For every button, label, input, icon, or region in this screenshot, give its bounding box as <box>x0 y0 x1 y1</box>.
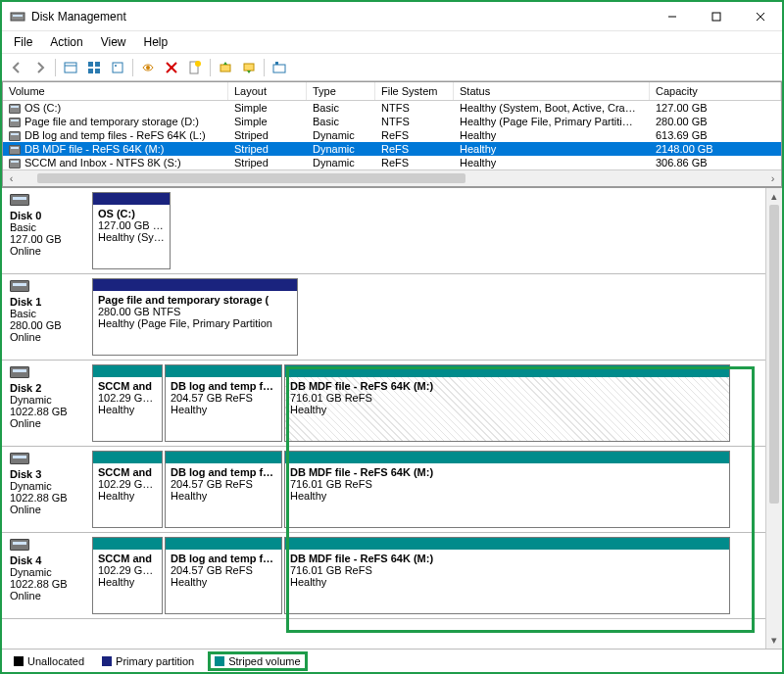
toolbar <box>2 54 782 81</box>
partition[interactable]: SCCM and102.29 GB NHealthy <box>92 537 163 614</box>
help-button[interactable] <box>107 57 128 78</box>
col-filesystem[interactable]: File System <box>375 82 454 100</box>
disk-v-scrollbar[interactable]: ▴ ▾ <box>765 188 782 649</box>
volume-table-header: Volume Layout Type File System Status Ca… <box>3 82 781 101</box>
svg-rect-1 <box>13 15 23 17</box>
menu-help[interactable]: Help <box>136 33 176 51</box>
disk-label[interactable]: Disk 0Basic127.00 GBOnline <box>6 192 92 269</box>
svg-rect-10 <box>88 69 93 73</box>
svg-marker-20 <box>223 62 227 65</box>
partition[interactable]: OS (C:)127.00 GB NTFHealthy (Syster <box>92 192 171 269</box>
col-layout[interactable]: Layout <box>228 82 307 100</box>
window-title: Disk Management <box>31 10 650 24</box>
new-button[interactable] <box>184 57 206 78</box>
svg-rect-24 <box>275 62 278 65</box>
col-type[interactable]: Type <box>307 82 375 100</box>
volume-row[interactable]: DB log and temp files - ReFS 64K (L:)Str… <box>3 128 781 142</box>
svg-rect-19 <box>220 65 230 72</box>
svg-rect-8 <box>88 62 93 67</box>
legend-unallocated: Unallocated <box>10 654 88 668</box>
refresh-button[interactable] <box>60 57 81 78</box>
svg-rect-23 <box>273 65 285 72</box>
disk-row: Disk 4Dynamic1022.88 GBOnlineSCCM and102… <box>2 533 765 619</box>
svg-rect-6 <box>65 63 76 72</box>
partition[interactable]: DB MDF file - ReFS 64K (M:)716.01 GB ReF… <box>284 537 730 614</box>
menubar: File Action View Help <box>2 31 782 54</box>
app-icon <box>10 9 25 24</box>
disk-row: Disk 2Dynamic1022.88 GBOnlineSCCM and102… <box>2 361 765 447</box>
attach-button[interactable] <box>215 57 236 78</box>
partition[interactable]: DB log and temp files -204.57 GB ReFSHea… <box>165 364 282 442</box>
volume-row[interactable]: OS (C:)SimpleBasicNTFSHealthy (System, B… <box>3 101 781 115</box>
partition[interactable]: DB log and temp files -204.57 GB ReFSHea… <box>165 451 282 528</box>
disk-row: Disk 0Basic127.00 GBOnlineOS (C:)127.00 … <box>2 188 765 274</box>
partition[interactable]: DB MDF file - ReFS 64K (M:)716.01 GB ReF… <box>284 451 730 528</box>
legend-striped-volume: Striped volume <box>208 651 307 671</box>
minimize-button[interactable] <box>650 2 694 31</box>
disk-row: Disk 1Basic280.00 GBOnlinePage file and … <box>2 274 765 361</box>
svg-point-13 <box>115 65 117 67</box>
legend: Unallocated Primary partition Striped vo… <box>2 649 782 672</box>
svg-rect-12 <box>113 63 122 72</box>
volume-row[interactable]: DB MDF file - ReFS 64K (M:)StripedDynami… <box>3 142 781 156</box>
delete-button[interactable] <box>161 57 182 78</box>
partition[interactable]: Page file and temporary storage (280.00 … <box>92 278 298 356</box>
disk-label[interactable]: Disk 3Dynamic1022.88 GBOnline <box>6 451 92 528</box>
menu-view[interactable]: View <box>93 33 134 51</box>
disk-label[interactable]: Disk 1Basic280.00 GBOnline <box>6 278 92 356</box>
legend-primary-partition: Primary partition <box>98 654 198 668</box>
disk-label[interactable]: Disk 2Dynamic1022.88 GBOnline <box>6 364 92 442</box>
volume-table: Volume Layout Type File System Status Ca… <box>2 81 782 187</box>
detach-button[interactable] <box>238 57 260 78</box>
forward-button[interactable] <box>29 57 51 78</box>
menu-file[interactable]: File <box>6 33 40 51</box>
col-status[interactable]: Status <box>454 82 650 100</box>
svg-rect-9 <box>95 62 100 67</box>
titlebar: Disk Management <box>2 2 782 31</box>
disk-label[interactable]: Disk 4Dynamic1022.88 GBOnline <box>6 537 92 614</box>
properties-button[interactable] <box>83 57 105 78</box>
volume-h-scrollbar[interactable]: ‹› <box>3 169 781 186</box>
volume-row[interactable]: SCCM and Inbox - NTFS 8K (S:)StripedDyna… <box>3 156 781 169</box>
menu-action[interactable]: Action <box>42 33 90 51</box>
col-capacity[interactable]: Capacity <box>650 82 781 100</box>
svg-rect-3 <box>712 13 720 21</box>
disk-pane: Disk 0Basic127.00 GBOnlineOS (C:)127.00 … <box>2 187 782 649</box>
svg-rect-11 <box>95 69 100 73</box>
partition[interactable]: DB log and temp files -204.57 GB ReFSHea… <box>165 537 282 614</box>
settings-button[interactable] <box>269 57 290 78</box>
close-button[interactable] <box>738 2 782 31</box>
partition[interactable]: SCCM and102.29 GB NHealthy <box>92 364 163 442</box>
maximize-button[interactable] <box>694 2 738 31</box>
partition[interactable]: DB MDF file - ReFS 64K (M:)716.01 GB ReF… <box>284 364 730 442</box>
svg-rect-21 <box>244 64 254 71</box>
col-volume[interactable]: Volume <box>3 82 228 100</box>
partition[interactable]: SCCM and102.29 GB NHealthy <box>92 451 163 528</box>
svg-point-14 <box>146 66 150 70</box>
svg-marker-22 <box>247 71 251 73</box>
back-button[interactable] <box>6 57 27 78</box>
action-button[interactable] <box>137 57 159 78</box>
disk-row: Disk 3Dynamic1022.88 GBOnlineSCCM and102… <box>2 447 765 533</box>
volume-row[interactable]: Page file and temporary storage (D:)Simp… <box>3 115 781 128</box>
svg-point-18 <box>195 61 201 67</box>
